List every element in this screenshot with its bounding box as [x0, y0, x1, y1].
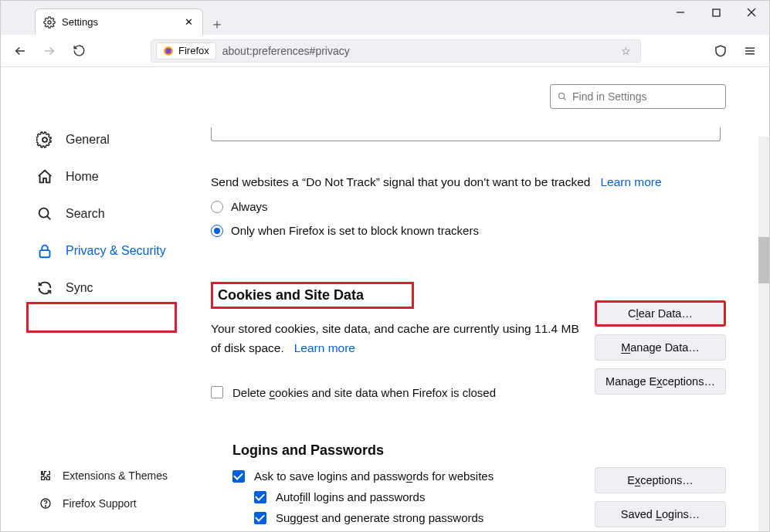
- menu-icon[interactable]: [738, 39, 762, 63]
- manage-exceptions-button[interactable]: Manage Exceptions…: [595, 368, 726, 395]
- svg-line-14: [47, 216, 50, 219]
- urlbar[interactable]: Firefox about:preferences#privacy ☆: [151, 39, 641, 63]
- toolbar: Firefox about:preferences#privacy ☆: [1, 35, 769, 67]
- cookies-learn-more-link[interactable]: Learn more: [294, 341, 355, 354]
- suggest-label: Suggest and generate strong passwords: [276, 511, 483, 524]
- minimize-button[interactable]: [663, 1, 698, 24]
- sidebar-item-label: Privacy & Security: [66, 244, 166, 258]
- logins-heading: Logins and Passwords: [232, 442, 751, 459]
- bookmark-star-icon[interactable]: ☆: [616, 45, 636, 57]
- sidebar-bottom-label: Firefox Support: [63, 497, 137, 510]
- checkbox-icon[interactable]: [232, 470, 245, 483]
- identity-label: Firefox: [178, 45, 209, 56]
- dnt-section: Send websites a “Do Not Track” signal th…: [211, 175, 751, 237]
- svg-point-13: [39, 208, 49, 218]
- radio-icon[interactable]: [211, 201, 223, 213]
- help-icon: [39, 497, 52, 510]
- lock-icon: [36, 242, 53, 259]
- find-placeholder: Find in Settings: [572, 90, 647, 103]
- svg-line-19: [564, 98, 566, 100]
- tab-title: Settings: [62, 16, 176, 28]
- sidebar-item-search[interactable]: Search: [1, 195, 194, 232]
- svg-point-0: [48, 21, 51, 24]
- find-in-settings[interactable]: Find in Settings: [550, 84, 726, 109]
- pocket-icon[interactable]: [709, 39, 732, 63]
- sidebar-item-general[interactable]: General: [1, 121, 194, 158]
- tab-close-icon[interactable]: ✕: [182, 16, 195, 28]
- delete-on-close-label: Delete cookies and site data when Firefo…: [232, 386, 496, 399]
- puzzle-icon: [39, 469, 52, 482]
- scrollbar-thumb[interactable]: [758, 237, 769, 283]
- checkbox-icon[interactable]: [254, 491, 266, 503]
- firefox-icon: [163, 46, 174, 56]
- search-icon: [557, 91, 568, 102]
- ask-save-label: Ask to save logins and passwords for web…: [254, 469, 494, 483]
- gear-icon: [36, 131, 53, 148]
- radio-icon[interactable]: [211, 225, 223, 237]
- cookies-buttons: Clear Data… Manage Data… Manage Exceptio…: [595, 300, 726, 395]
- back-button[interactable]: [8, 39, 32, 63]
- titlebar: Settings ✕ ＋: [1, 1, 769, 35]
- cookies-heading: Cookies and Site Data: [211, 282, 414, 309]
- sidebar-item-label: General: [66, 133, 110, 147]
- sidebar-item-home[interactable]: Home: [1, 158, 194, 195]
- manage-data-button[interactable]: Manage Data…: [595, 334, 726, 361]
- home-icon: [36, 168, 53, 185]
- sidebar-bottom: Extensions & Themes Firefox Support: [1, 462, 194, 517]
- sidebar-item-privacy[interactable]: Privacy & Security: [1, 232, 194, 269]
- sidebar-item-label: Sync: [66, 281, 93, 295]
- sidebar-item-sync[interactable]: Sync: [1, 269, 194, 307]
- dnt-learn-more-link[interactable]: Learn more: [600, 175, 661, 188]
- svg-rect-2: [713, 9, 720, 16]
- sidebar-bottom-label: Extensions & Themes: [63, 469, 168, 482]
- forward-button[interactable]: [38, 39, 61, 63]
- sidebar-item-label: Search: [66, 207, 105, 221]
- cookies-desc: Your stored cookies, site data, and cach…: [211, 320, 589, 358]
- url-address: about:preferences#privacy: [222, 45, 350, 57]
- svg-point-8: [166, 48, 171, 53]
- sidebar-extensions[interactable]: Extensions & Themes: [1, 462, 194, 490]
- scrollbar-track[interactable]: [758, 137, 769, 532]
- site-identity[interactable]: Firefox: [156, 42, 216, 59]
- tab-settings[interactable]: Settings ✕: [35, 8, 203, 35]
- sidebar-item-label: Home: [66, 170, 99, 184]
- svg-point-18: [559, 93, 565, 99]
- svg-point-12: [42, 137, 47, 142]
- sync-icon: [36, 280, 53, 296]
- content: General Home Search Privacy & Security S…: [1, 67, 769, 531]
- window-controls: [663, 1, 769, 35]
- close-button[interactable]: [734, 1, 769, 24]
- reload-button[interactable]: [67, 39, 90, 63]
- main: Find in Settings Send websites a “Do Not…: [194, 67, 769, 531]
- partial-section-box: [211, 127, 721, 141]
- search-icon: [36, 205, 53, 222]
- maximize-button[interactable]: [698, 1, 734, 24]
- checkbox-icon[interactable]: [211, 386, 223, 398]
- dnt-always-row[interactable]: Always: [211, 200, 751, 213]
- checkbox-icon[interactable]: [254, 512, 266, 524]
- exceptions-button[interactable]: Exceptions…: [595, 467, 726, 493]
- gear-icon: [43, 16, 56, 29]
- dnt-only-label: Only when Firefox is set to block known …: [231, 224, 479, 237]
- sidebar-support[interactable]: Firefox Support: [1, 490, 194, 517]
- clear-data-button[interactable]: Clear Data…: [595, 300, 726, 327]
- logins-buttons: Exceptions… Saved Logins…: [595, 467, 726, 527]
- new-tab-button[interactable]: ＋: [206, 13, 228, 35]
- dnt-only-row[interactable]: Only when Firefox is set to block known …: [211, 224, 751, 237]
- svg-rect-15: [40, 250, 50, 257]
- autofill-label: Autofill logins and passwords: [276, 490, 425, 503]
- dnt-always-label: Always: [231, 200, 268, 213]
- saved-logins-button[interactable]: Saved Logins…: [595, 501, 726, 527]
- svg-point-17: [45, 506, 46, 507]
- dnt-text: Send websites a “Do Not Track” signal th…: [211, 175, 590, 188]
